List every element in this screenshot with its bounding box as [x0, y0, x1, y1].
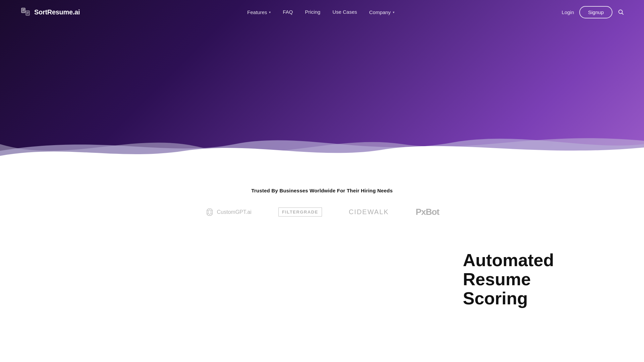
logo-customgpt: CustomGPT.ai: [205, 207, 252, 217]
logo-cidewalk: CIDEWALK: [349, 208, 389, 216]
automated-content: Automated Resume Scoring: [463, 251, 624, 308]
nav-link-features[interactable]: Features ▾: [247, 9, 271, 15]
login-button[interactable]: Login: [562, 9, 574, 15]
nav-link-faq[interactable]: FAQ: [283, 9, 293, 15]
svg-rect-2: [22, 10, 24, 11]
svg-line-7: [622, 13, 624, 15]
hero-section: [0, 0, 644, 168]
customgpt-label: CustomGPT.ai: [217, 209, 252, 215]
automated-section: Automated Resume Scoring: [0, 231, 644, 322]
automated-title: Automated Resume Scoring: [463, 251, 624, 308]
nav-links: Features ▾ FAQ Pricing Use Cases Company…: [247, 9, 394, 15]
nav-link-use-cases[interactable]: Use Cases: [332, 9, 357, 15]
customgpt-icon: [205, 207, 214, 217]
nav-item-faq[interactable]: FAQ: [283, 9, 293, 15]
signup-button[interactable]: Signup: [579, 6, 612, 18]
logos-row: CustomGPT.ai FILTERGRADE CIDEWALK PxBot: [0, 207, 644, 217]
logo-pxbot: PxBot: [416, 207, 439, 217]
nav-link-pricing[interactable]: Pricing: [305, 9, 320, 15]
trusted-section: Trusted By Businesses Worldwide For Thei…: [0, 168, 644, 231]
chevron-down-icon: ▾: [269, 10, 271, 14]
hero-waves: [0, 124, 644, 168]
search-icon: [618, 9, 624, 15]
nav-item-company[interactable]: Company ▾: [369, 9, 394, 15]
nav-item-features[interactable]: Features ▾: [247, 9, 271, 15]
nav-item-pricing[interactable]: Pricing: [305, 9, 320, 15]
chevron-down-icon-company: ▾: [393, 10, 394, 14]
brand-logo[interactable]: SortResume.ai: [20, 7, 80, 17]
svg-rect-5: [27, 13, 28, 14]
logo-icon: [20, 7, 31, 17]
svg-rect-1: [22, 9, 24, 10]
svg-rect-4: [27, 12, 29, 13]
search-button[interactable]: [618, 9, 624, 15]
nav-item-use-cases[interactable]: Use Cases: [332, 9, 357, 15]
trusted-title: Trusted By Businesses Worldwide For Thei…: [0, 188, 644, 193]
nav-actions: Login Signup: [562, 6, 624, 18]
brand-name: SortResume.ai: [34, 8, 80, 16]
logo-filtergrade: FILTERGRADE: [278, 207, 322, 217]
nav-link-company[interactable]: Company ▾: [369, 9, 394, 15]
svg-point-6: [619, 10, 623, 14]
main-nav: SortResume.ai Features ▾ FAQ Pricing Use…: [0, 0, 644, 24]
